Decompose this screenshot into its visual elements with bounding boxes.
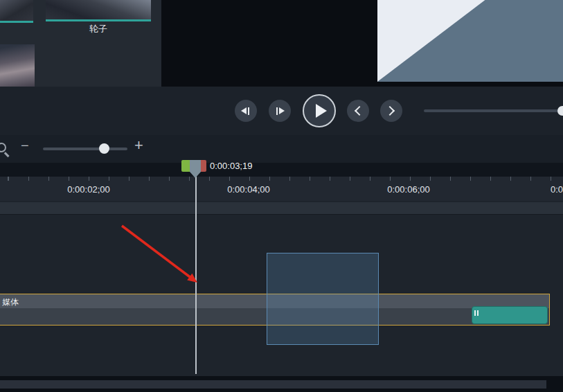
- zoom-in-button[interactable]: +: [134, 136, 143, 154]
- play-button[interactable]: [303, 94, 336, 127]
- clip-bars-icon: [474, 310, 479, 316]
- step-forward-icon: [279, 107, 285, 114]
- canvas-triangle-shape: [377, 0, 563, 82]
- thumbnail-underline: [46, 19, 151, 21]
- playhead-time-label: 0:00:03;19: [210, 161, 252, 171]
- chevron-right-icon: [385, 106, 395, 116]
- media-thumbnail[interactable]: [0, 0, 33, 21]
- track-spacer: [0, 202, 563, 215]
- timeline-footer: [0, 376, 563, 392]
- ruler-ticks: [0, 177, 563, 181]
- next-frame-button[interactable]: [269, 100, 291, 122]
- video-editor-window: 轮子 −: [0, 0, 563, 392]
- magnifier-icon: [0, 143, 6, 152]
- playback-slider-handle[interactable]: [557, 106, 563, 116]
- playhead-in-handle[interactable]: [181, 160, 190, 172]
- media-bin: 轮子: [0, 0, 161, 87]
- playhead-head[interactable]: [190, 160, 201, 172]
- step-forward-bar-icon: [276, 107, 278, 115]
- step-back-icon: [241, 107, 247, 114]
- ruler-time-label: 0:0: [551, 184, 563, 195]
- timeline-header-strip: [0, 163, 563, 177]
- timeline-clip[interactable]: [472, 306, 548, 324]
- zoom-slider-handle[interactable]: [99, 143, 109, 154]
- timeline-zoom-bar: − +: [0, 135, 563, 163]
- ruler-time-label: 0:00:04;00: [227, 184, 269, 195]
- zoom-out-button[interactable]: −: [21, 138, 29, 154]
- timeline-tracks: 媒体: [0, 201, 563, 376]
- preview-panel: [161, 0, 563, 87]
- zoom-slider[interactable]: [43, 148, 127, 150]
- ruler-time-label: 0:00:02;00: [67, 184, 109, 195]
- playback-progress-slider[interactable]: [424, 109, 563, 112]
- playhead-line: [195, 171, 197, 374]
- jump-back-button[interactable]: [347, 100, 369, 122]
- clip-bar: [474, 310, 476, 316]
- selection-rectangle: [267, 253, 379, 345]
- timeline-ruler[interactable]: 0:00:02;00 0:00:04;00 0:00:06;00 0:0: [0, 177, 563, 201]
- ruler-time-label: 0:00:06;00: [387, 184, 429, 195]
- jump-forward-button[interactable]: [380, 100, 402, 122]
- previous-frame-button[interactable]: [235, 100, 257, 122]
- preview-canvas: [377, 0, 563, 82]
- playhead-marker[interactable]: [181, 160, 206, 178]
- thumbnail-underline: [0, 21, 33, 23]
- horizontal-scrollbar[interactable]: [0, 380, 546, 389]
- media-thumbnail[interactable]: [0, 44, 35, 87]
- track-label: 媒体: [2, 296, 19, 308]
- chevron-left-icon: [355, 106, 364, 116]
- transport-bar: [0, 87, 563, 135]
- media-thumbnail-label: 轮子: [46, 23, 151, 35]
- media-thumbnail-wheel[interactable]: [46, 0, 151, 19]
- clip-bar: [477, 310, 479, 316]
- play-icon: [316, 104, 327, 118]
- playhead-out-handle[interactable]: [201, 160, 206, 172]
- step-back-bar-icon: [248, 107, 250, 115]
